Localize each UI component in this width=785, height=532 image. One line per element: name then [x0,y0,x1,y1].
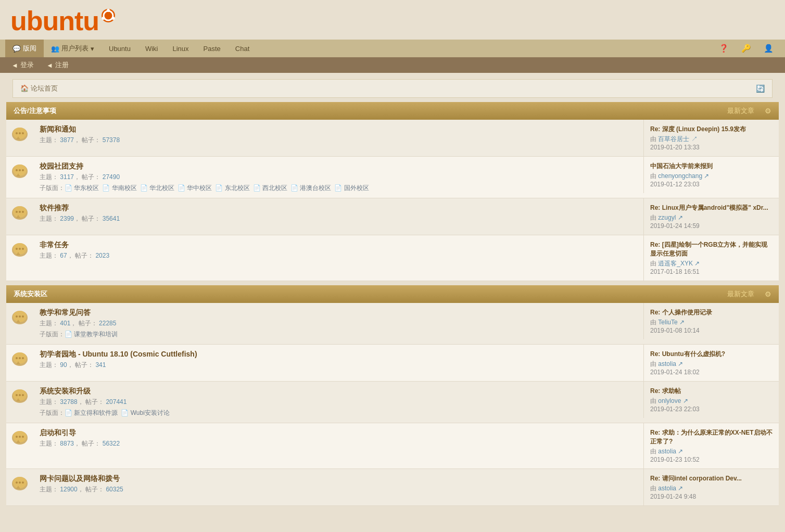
forum-bubble-icon [11,242,29,259]
section-settings-icon-announcements[interactable]: ⚙ [765,107,771,115]
latest-author-link-icon: ↗ [704,172,709,180]
nav-users[interactable]: 👥 用户列表 ▾ [44,40,102,57]
svg-point-33 [19,315,21,318]
latest-post-title-boot[interactable]: Re: 求助：为什么原来正常的XX-NET启动不正常了? [650,428,773,446]
latest-post-by-sysinstall: 由 onlylove ↗ [650,397,773,406]
sub-forum-link[interactable]: 📄 港澳台校区 [290,184,331,192]
latest-author-network[interactable]: astolia [658,485,676,492]
latest-author-news[interactable]: 百草谷居士 [658,135,689,143]
latest-post-title-sysinstall[interactable]: Re: 求助帖 [650,387,773,396]
latest-author-link-icon: ↗ [678,448,683,455]
latest-post-title-tasks[interactable]: Re: [四星]绘制一个RGB立方体，并能实现显示任意切面 [650,240,773,258]
nav-ubuntu[interactable]: Ubuntu [102,40,138,57]
latest-post-title-beginners[interactable]: Re: Ubuntu有什么虚拟机? [650,350,773,359]
latest-post-by-news: 由 百草谷居士 ↗ [650,135,773,144]
latest-author-campus[interactable]: chenyongchang [658,172,702,180]
nav-wiki-label: Wiki [145,45,158,53]
bbs-icon: 💬 [12,45,21,53]
nav-wiki[interactable]: Wiki [138,40,166,57]
login-label: 登录 [20,60,34,70]
forum-name-sysinstall[interactable]: 系统安装和升级 [40,387,637,396]
forum-name-campus[interactable]: 校园社团支持 [40,162,637,171]
logo-text[interactable]: ubuntu [10,5,99,36]
forum-name-software[interactable]: 软件推荐 [40,204,637,213]
login-button-icon[interactable]: 🔑 [735,40,757,57]
nav-paste[interactable]: Paste [196,40,228,57]
latest-author-boot[interactable]: astolia [658,448,676,455]
latest-author-beginners[interactable]: astolia [658,360,676,368]
latest-post-by-beginners: 由 astolia ↗ [650,360,773,369]
latest-post-by-boot: 由 astolia ↗ [650,447,773,456]
latest-author-tasks[interactable]: 逍遥客_XYK [658,260,693,267]
forum-row: 校园社团支持 主题： 3117， 帖子： 27490 子版面：📄 华东校区📄 华… [6,157,779,198]
profile-button-icon[interactable]: 👤 [757,40,780,57]
forum-info-cell-beginners: 初学者园地 - Ubuntu 18.10 (Cosmic Cuttlefish)… [33,345,643,375]
forum-stats-boot: 主题： 8873， 帖子： 56322 [40,439,637,448]
sub-forum-link[interactable]: 📄 Wubi安装讨论 [121,409,169,416]
latest-post-title-network[interactable]: Re: 请问intel corporation Dev... [650,474,773,483]
svg-point-14 [16,169,18,171]
breadcrumb-text[interactable]: 🏠 论坛首页 [20,84,58,93]
sub-forum-link[interactable]: 📄 国外校区 [334,184,369,192]
forum-name-beginners[interactable]: 初学者园地 - Ubuntu 18.10 (Cosmic Cuttlefish) [40,350,637,359]
register-link[interactable]: ◄ 注册 [40,57,75,73]
forum-name-tasks[interactable]: 非常任务 [40,240,637,250]
forum-icon-cell-news [6,120,33,150]
forum-row: 教学和常见问答 主题： 401， 帖子： 22285 子版面：📄 课堂教学和培训… [6,303,779,345]
svg-point-28 [22,248,24,250]
nav-linux-label: Linux [172,45,188,53]
latest-author-software[interactable]: zzugyl [658,214,676,221]
section-header-announcements: 公告/注意事项 最新文章 ⚙ [6,102,779,120]
forum-name-news[interactable]: 新闻和通知 [40,125,637,134]
sub-forum-link[interactable]: 📄 新立得和软件源 [65,409,118,416]
forum-icon-cell-boot [6,423,33,453]
svg-point-45 [19,394,21,396]
forum-stats-tutorials: 主题： 401， 帖子： 22285 [40,319,637,328]
forum-row: 初学者园地 - Ubuntu 18.10 (Cosmic Cuttlefish)… [6,345,779,382]
forum-bubble-icon [11,388,29,406]
forum-latest-cell-network: Re: 请问intel corporation Dev... 由 astolia… [643,469,779,505]
sub-nav: ◄ 登录 ◄ 注册 [0,57,785,73]
forum-stats-network: 主题： 12900， 帖子： 60325 [40,485,637,494]
forum-info-cell-software: 软件推荐 主题： 2399， 帖子： 35641 [33,198,643,229]
nav-right-buttons: ❓ 🔑 👤 [713,40,780,57]
svg-point-22 [22,211,24,213]
sub-forum-link[interactable]: 📄 东北校区 [215,184,249,192]
latest-author-sysinstall[interactable]: onlylove [658,397,681,404]
sub-forum-link[interactable]: 📄 华南校区 [102,184,136,192]
login-arrow-icon: ◄ [11,61,18,69]
latest-post-title-campus[interactable]: 中国石油大学前来报到 [650,162,773,171]
nav-chat[interactable]: Chat [228,40,257,57]
nav-bbs[interactable]: 💬 版阅 [5,40,44,57]
svg-point-21 [19,211,21,213]
section-settings-icon-installation[interactable]: ⚙ [765,290,771,298]
dropdown-icon: ▾ [91,45,94,53]
latest-post-title-tutorials[interactable]: Re: 个人操作使用记录 [650,308,773,317]
latest-post-title-news[interactable]: Re: 深度 (Linux Deepin) 15.9发布 [650,125,773,134]
sub-forum-link[interactable]: 📄 西北校区 [253,184,287,192]
latest-post-title-software[interactable]: Re: Linux用户专属android"模拟器" xDr... [650,204,773,212]
svg-point-3 [112,17,115,20]
help-button[interactable]: ❓ [713,40,735,57]
sub-forum-link[interactable]: 📄 华北校区 [140,184,174,192]
forum-name-tutorials[interactable]: 教学和常见问答 [40,308,637,318]
breadcrumb-refresh-icon[interactable]: 🔄 [756,84,765,93]
latest-post-by-network: 由 astolia ↗ [650,484,773,493]
forum-latest-cell-tasks: Re: [四星]绘制一个RGB立方体，并能实现显示任意切面 由 逍遥客_XYK … [643,235,779,281]
login-link[interactable]: ◄ 登录 [5,57,40,73]
forum-name-network[interactable]: 网卡问题以及网络和拨号 [40,474,637,484]
sub-forum-link[interactable]: 📄 华中校区 [178,184,212,192]
forum-name-boot[interactable]: 启动和引导 [40,428,637,438]
sub-forum-link[interactable]: 📄 课堂教学和培训 [65,331,118,338]
content-area: 🏠 论坛首页 🔄 公告/注意事项 最新文章 ⚙ 新闻和通知 [6,79,779,506]
latest-post-date-sysinstall: 2019-01-23 22:03 [650,406,773,413]
svg-point-39 [19,357,21,359]
sub-forum-link[interactable]: 📄 华东校区 [65,184,99,192]
latest-post-date-beginners: 2019-01-24 18:02 [650,369,773,376]
nav-linux[interactable]: Linux [165,40,196,57]
ubuntu-logo-icon [101,8,116,23]
latest-post-date-news: 2019-01-20 13:33 [650,144,773,151]
forum-bubble-icon [11,309,29,327]
nav-paste-label: Paste [204,45,221,53]
latest-author-tutorials[interactable]: TeliuTe [658,319,677,326]
